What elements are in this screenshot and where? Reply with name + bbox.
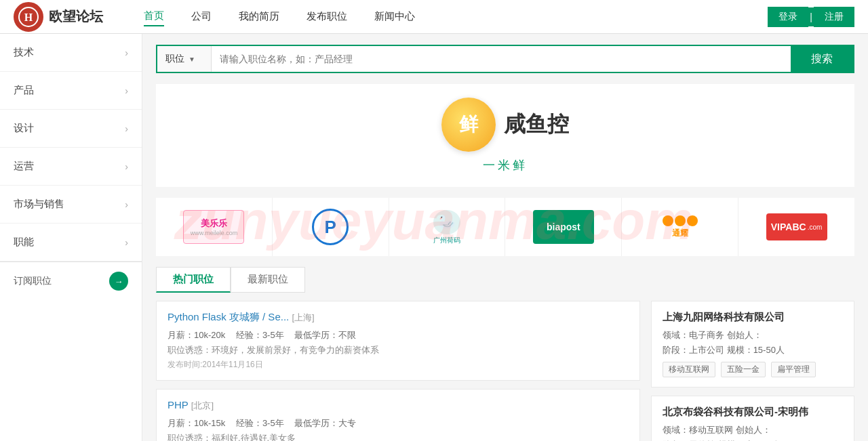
logo-area: H 欧望论坛 [14, 2, 103, 32]
job-title[interactable]: Python Flask 攻城狮 / Se... [上海] [167, 311, 629, 324]
job-desc: 职位诱惑：福利好,待遇好,美女多 [167, 432, 629, 441]
job-title[interactable]: PHP [北京] [167, 399, 629, 412]
search-category-select[interactable]: 职位 ▼ [157, 46, 212, 72]
sidebar-item-tech[interactable]: 技术 › [0, 34, 142, 72]
job-item: Python Flask 攻城狮 / Se... [上海] 月薪：10k-20k… [156, 301, 640, 381]
company-item: 北京布袋谷科技有限公司-宋明伟 领域：移动互联网 创始人： 阶段：天使轮 规模：… [651, 396, 854, 441]
banner-content: 鲜 咸鱼控 一米鲜 [441, 98, 569, 173]
svg-text:→: → [115, 276, 123, 287]
content-area: 职位 ▼ 搜索 鲜 咸鱼控 一米鲜 [142, 34, 868, 441]
job-location: [上海] [292, 312, 314, 322]
main-layout: 技术 › 产品 › 设计 › 运营 › 市场与销售 › 职能 › 订阅职位 → [0, 34, 868, 441]
sidebar-label-design: 设计 [14, 122, 34, 135]
job-item: PHP [北京] 月薪：10k-15k 经验：3-5年 最低学历：大专 职位诱惑… [156, 389, 640, 441]
company-name: 北京布袋谷科技有限公司-宋明伟 [663, 406, 843, 419]
tab-latest-jobs[interactable]: 最新职位 [231, 267, 305, 293]
fish-logo-circle: 鲜 [441, 98, 496, 152]
search-input[interactable] [212, 46, 791, 72]
tag: 移动互联网 [663, 362, 715, 377]
company-logo-meilele[interactable]: 美乐乐 www.meilele.com [156, 198, 273, 256]
tag: 五险一金 [721, 362, 766, 377]
subscribe-icon: → [109, 272, 128, 291]
chevron-right-icon: › [125, 47, 128, 58]
company-tags: 移动互联网 五险一金 扁平管理 [663, 362, 843, 377]
svg-text:🦢: 🦢 [439, 213, 456, 230]
chevron-right-icon: › [125, 123, 128, 134]
logo-icon: H [14, 2, 43, 32]
tab-hot-jobs[interactable]: 热门职位 [156, 267, 231, 293]
company-item: 上海九阳网络科技有限公司 领域：电子商务 创始人： 阶段：上市公司 规模：15-… [651, 301, 854, 387]
dropdown-icon: ▼ [189, 56, 195, 63]
sidebar-label-operations: 运营 [14, 160, 34, 173]
company-logo-tongyao[interactable]: 通耀 [622, 198, 738, 256]
job-desc: 职位诱惑：环境好，发展前景好，有竞争力的薪资体系 [167, 344, 629, 356]
company-domain: 领域：移动互联网 创始人： [663, 424, 843, 436]
company-listings: 上海九阳网络科技有限公司 领域：电子商务 创始人： 阶段：上市公司 规模：15-… [651, 301, 854, 441]
brand-name: 咸鱼控 [504, 110, 569, 140]
main-nav: 首页 公司 我的简历 发布职位 新闻中心 [144, 7, 768, 26]
company-domain: 领域：电子商务 创始人： [663, 329, 843, 341]
job-link[interactable]: PHP [北京] [167, 399, 214, 411]
job-link[interactable]: Python Flask 攻城狮 / Se... [上海] [167, 311, 315, 322]
sidebar-item-product[interactable]: 产品 › [0, 72, 142, 110]
sidebar-item-design[interactable]: 设计 › [0, 110, 142, 148]
chevron-right-icon: › [125, 161, 128, 172]
search-category-label: 职位 [165, 53, 184, 65]
nav-post-job[interactable]: 发布职位 [307, 7, 347, 26]
fish-emoji: 鲜 [459, 112, 478, 138]
nav-company[interactable]: 公司 [191, 7, 212, 26]
logo-text: 欧望论坛 [49, 7, 103, 26]
company-logo-biapost[interactable]: biapost [505, 198, 622, 256]
subscribe-label: 订阅职位 [14, 275, 52, 287]
chevron-right-icon: › [125, 237, 128, 248]
login-button[interactable]: 登录 [768, 7, 808, 27]
company-logo-vipabc[interactable]: VIPABC .com [738, 198, 854, 256]
search-bar: 职位 ▼ 搜索 [156, 45, 854, 73]
sidebar-label-tech: 技术 [14, 46, 34, 59]
job-meta: 月薪：10k-20k 经验：3-5年 最低学历：不限 [167, 329, 629, 341]
sidebar-label-function: 职能 [14, 236, 34, 249]
sidebar: 技术 › 产品 › 设计 › 运营 › 市场与销售 › 职能 › 订阅职位 → [0, 34, 142, 441]
nav-news[interactable]: 新闻中心 [374, 7, 415, 26]
sidebar-label-product: 产品 [14, 84, 34, 97]
nav-resume[interactable]: 我的简历 [239, 7, 279, 26]
company-name: 上海九阳网络科技有限公司 [663, 311, 843, 324]
job-date: 发布时间:2014年11月16日 [167, 359, 629, 371]
search-button[interactable]: 搜索 [791, 46, 853, 72]
tag: 扁平管理 [771, 362, 816, 377]
company-stage: 阶段：上市公司 规模：15-50人 [663, 344, 843, 356]
jobs-layout: Python Flask 攻城狮 / Se... [上海] 月薪：10k-20k… [156, 301, 854, 441]
sidebar-item-marketing[interactable]: 市场与销售 › [0, 186, 142, 224]
svg-text:H: H [24, 12, 33, 23]
tabs-row: 热门职位 最新职位 [156, 267, 854, 293]
nav-home[interactable]: 首页 [144, 7, 164, 26]
job-listings: Python Flask 攻城狮 / Se... [上海] 月薪：10k-20k… [156, 301, 640, 441]
sidebar-item-operations[interactable]: 运营 › [0, 148, 142, 186]
chevron-right-icon: › [125, 199, 128, 210]
sidebar-item-function[interactable]: 职能 › [0, 224, 142, 261]
header: H 欧望论坛 首页 公司 我的简历 发布职位 新闻中心 登录 | 注册 [0, 0, 868, 34]
job-location: [北京] [191, 400, 214, 411]
company-logo-p[interactable]: P [273, 198, 389, 256]
job-meta: 月薪：10k-15k 经验：3-5年 最低学历：大专 [167, 417, 629, 429]
sub-brand-name: 一米鲜 [483, 157, 528, 173]
chevron-right-icon: › [125, 85, 128, 96]
company-logo-guangzhou[interactable]: 🦢 广州荷码 [389, 198, 506, 256]
sidebar-label-marketing: 市场与销售 [14, 198, 64, 211]
company-logos-strip: 美乐乐 www.meilele.com P 🦢 广州荷码 [156, 198, 854, 256]
sidebar-subscribe[interactable]: 订阅职位 → [0, 261, 142, 300]
brand-logo: 鲜 咸鱼控 一米鲜 [441, 98, 569, 173]
header-right: 登录 | 注册 [768, 7, 854, 27]
register-button[interactable]: 注册 [814, 7, 854, 27]
banner-area: 鲜 咸鱼控 一米鲜 [156, 84, 854, 187]
header-divider: | [808, 7, 814, 26]
